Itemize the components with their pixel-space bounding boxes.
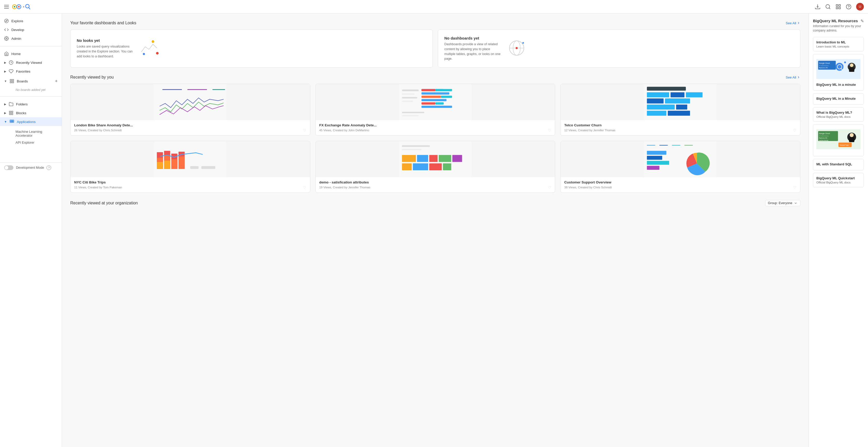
dev-mode-toggle[interactable] <box>4 166 13 170</box>
svg-rect-67 <box>647 98 664 103</box>
grid-icon[interactable] <box>835 4 841 9</box>
topbar: + U <box>0 0 868 13</box>
dash-card-customer-support[interactable]: Customer Support Overview 38 Views, Crea… <box>560 141 800 193</box>
favorite-fx[interactable]: ♡ <box>548 128 551 132</box>
blocks-icon <box>9 111 13 115</box>
sidebar-sub-api-explorer[interactable]: API Explorer <box>11 139 62 146</box>
dash-card-thumb-london <box>70 84 310 120</box>
svg-point-40 <box>522 42 524 44</box>
svg-rect-90 <box>417 155 428 162</box>
svg-rect-61 <box>402 115 419 116</box>
sidebar-sub-ml-accelerator[interactable]: Machine Learning Accelerator <box>11 128 62 139</box>
favorite-nyc[interactable]: ♡ <box>303 185 306 189</box>
svg-point-39 <box>516 47 518 49</box>
svg-rect-22 <box>12 82 13 83</box>
card-meta-fx: 45 Views, Created by John DeMartino ♡ <box>319 128 552 132</box>
svg-point-129 <box>850 133 854 137</box>
favorite-support[interactable]: ♡ <box>793 185 797 189</box>
add-board-button[interactable]: + <box>55 79 58 84</box>
search-icon[interactable] <box>825 4 831 9</box>
empty-looks-text: No looks yet Looks are saved query visua… <box>77 38 133 59</box>
clock-icon <box>9 60 13 65</box>
sidebar-item-home[interactable]: Home <box>0 49 62 58</box>
home-label: Home <box>11 52 21 56</box>
avatar[interactable]: U <box>856 3 864 10</box>
boards-header: ▼ Boards + <box>0 77 62 86</box>
favorite-telco[interactable]: ♡ <box>793 128 797 132</box>
settings-icon <box>4 36 9 41</box>
top-nav-section: Explore Develop Admin <box>0 16 62 44</box>
expand-arrow-folders: ▶ <box>4 102 6 106</box>
svg-point-33 <box>152 40 154 43</box>
bq-minute-thumb: Google Cloud AI Adventures BigQuery ML <box>816 57 861 81</box>
dash-card-telco[interactable]: Telco Customer Churn 12 Views, Created b… <box>560 84 800 136</box>
dash-card-fx-exchange[interactable]: FX Exchange Rate Anomaly Dete... 45 View… <box>315 84 555 136</box>
svg-rect-104 <box>647 156 662 160</box>
resource-card-ml-sql[interactable]: ML with Standard SQL <box>813 159 864 170</box>
right-panel: BigQuery ML Resources ✎ Information cura… <box>809 13 868 447</box>
empty-dashboards-desc: Dashboards provide a view of related con… <box>444 42 501 61</box>
resource-title-intro-ml: Introduction to ML <box>816 40 861 44</box>
dev-mode-label: Development Mode <box>16 166 44 170</box>
svg-rect-30 <box>10 121 11 123</box>
dash-card-demo[interactable]: demo - satisfication attributes 19 Views… <box>315 141 555 193</box>
svg-rect-92 <box>439 155 451 162</box>
dash-card-london-bike[interactable]: London Bike Share Anomaly Dete... 26 Vie… <box>70 84 310 136</box>
logo[interactable]: + <box>12 3 33 11</box>
card-meta-nyc: 11 Views, Created by Tom Pakeman ♡ <box>74 185 306 189</box>
svg-rect-25 <box>9 113 10 115</box>
svg-rect-106 <box>647 166 659 170</box>
sidebar-item-blocks[interactable]: ▶ Blocks <box>0 109 62 117</box>
svg-rect-9 <box>836 4 838 6</box>
svg-rect-21 <box>10 82 11 83</box>
sidebar-item-folders[interactable]: ▶ Folders <box>0 100 62 109</box>
dev-mode-section: Development Mode ? <box>0 162 62 173</box>
svg-text:AI Adventures: AI Adventures <box>819 135 829 137</box>
sidebar-item-recently-viewed[interactable]: ▶ Recently Viewed <box>0 58 62 67</box>
boards-expand[interactable]: ▼ Boards <box>4 79 28 84</box>
question-icon[interactable] <box>846 4 851 9</box>
favorite-demo[interactable]: ♡ <box>548 185 551 189</box>
dash-card-info-telco: Telco Customer Churn 12 Views, Created b… <box>561 120 800 136</box>
svg-rect-60 <box>402 112 424 113</box>
topbar-right: U <box>815 3 864 10</box>
sidebar-item-admin[interactable]: Admin <box>0 34 62 43</box>
toggle-knob <box>5 166 8 170</box>
sidebar-item-favorites[interactable]: ▶ Favorites <box>0 67 62 76</box>
svg-rect-57 <box>421 102 435 105</box>
resource-card-intro-ml[interactable]: Introduction to ML Learn basic ML concep… <box>813 37 864 52</box>
empty-dashboards-text: No dashboards yet Dashboards provide a v… <box>444 36 501 61</box>
svg-point-34 <box>143 53 145 55</box>
menu-button[interactable] <box>4 5 9 8</box>
resource-desc-bq-quickstart: Official BigQuery ML docs <box>816 181 861 184</box>
svg-point-121 <box>842 64 843 66</box>
svg-rect-52 <box>435 89 452 91</box>
resource-card-bq-quickstart[interactable]: BigQuery ML Quickstart Official BigQuery… <box>813 173 864 187</box>
favorite-london[interactable]: ♡ <box>303 128 306 132</box>
resource-card-ml-sql-thumb[interactable]: Google Cloud AI Adventures BigQuery ML: … <box>813 124 864 156</box>
download-icon[interactable] <box>815 4 820 9</box>
card-title-fx: FX Exchange Rate Anomaly Dete... <box>319 123 552 127</box>
resource-card-bq-thumb[interactable]: Google Cloud AI Adventures BigQuery ML <box>813 54 864 91</box>
sidebar-item-explore[interactable]: Explore <box>0 17 62 25</box>
resource-title-ml-sql: ML with Standard SQL <box>816 162 861 166</box>
sidebar-item-develop[interactable]: Develop <box>0 25 62 34</box>
svg-rect-84 <box>190 166 198 169</box>
chevron-down-icon <box>794 201 798 205</box>
recently-viewed-see-all[interactable]: See All <box>786 76 800 79</box>
dash-card-nyc[interactable]: NYC Citi Bike Trips 11 Views, Created by… <box>70 141 310 193</box>
help-button[interactable]: ? <box>46 166 51 170</box>
svg-line-8 <box>829 8 830 9</box>
group-selector[interactable]: Group: Everyone <box>765 200 801 206</box>
svg-rect-65 <box>671 92 685 97</box>
card-title-london: London Bike Share Anomaly Dete... <box>74 123 306 127</box>
boards-empty-message: No boards added yet <box>0 86 62 94</box>
resource-card-what-is-bq[interactable]: What is BigQuery ML? Official BigQuery M… <box>813 107 864 122</box>
favorites-see-all[interactable]: See All <box>786 21 800 25</box>
svg-point-35 <box>156 52 159 55</box>
sidebar-item-applications[interactable]: ▼ Applications <box>0 117 62 126</box>
resource-card-bq-minute[interactable]: BigQuery ML in a Minute <box>813 93 864 105</box>
svg-rect-115 <box>849 67 855 72</box>
edit-panel-button[interactable]: ✎ <box>861 19 864 24</box>
svg-rect-24 <box>11 111 13 112</box>
